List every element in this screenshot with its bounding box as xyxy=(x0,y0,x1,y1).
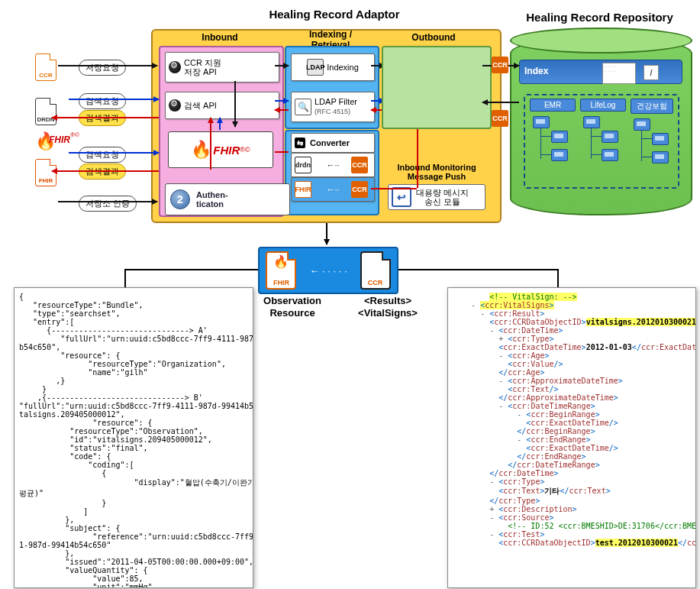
indexing-label-text: Indexing xyxy=(327,63,359,73)
json-code: { "resourceType":"Bundle", "type":"searc… xyxy=(19,293,248,588)
adaptor-title: Healing Record Adaptor xyxy=(235,8,434,21)
repo-tree xyxy=(631,114,673,175)
outbound-label: Outbound xyxy=(403,32,464,43)
ccr-doc-icon: CCR xyxy=(360,251,391,290)
store-api-box: CCR 지원 저장 API xyxy=(165,52,279,83)
output-pair: 🔥 FHIR ← · · · · · CCR xyxy=(258,247,398,294)
fhir-text: FHIR xyxy=(213,144,240,157)
converter-row-1: FHIR ←·· CCR xyxy=(291,177,375,202)
fhir-icon: FHIR xyxy=(295,181,311,198)
pill-search-request-1: 검색요청 xyxy=(79,93,126,109)
repo-col-0: EMR xyxy=(530,99,576,173)
monitor-box: Inbound Monitoring Message Push ↩ 대용량 메시… xyxy=(388,163,485,209)
pill-search-request-2: 검색요청 xyxy=(79,147,126,163)
json-code-panel: { "resourceType":"Bundle", "type":"searc… xyxy=(14,287,253,588)
converter-icon: ⇆ xyxy=(295,138,305,148)
inbound-label: Inbound xyxy=(189,32,250,43)
outbound-panel xyxy=(382,46,492,129)
repo-tree xyxy=(580,112,626,173)
pill-storage-auth: 저장소 인증 xyxy=(79,196,137,212)
converter-title-box: ⇆ Converter xyxy=(291,133,375,153)
magnifier-icon xyxy=(295,99,311,115)
repo-slash: / xyxy=(644,65,659,80)
drdn-file-icon: DRDN xyxy=(35,98,56,125)
flame-icon: 🔥 xyxy=(273,254,289,269)
observation-label-1: Observation xyxy=(250,295,334,306)
repo-inner: EMR LifeLog 건강보험 xyxy=(524,94,679,189)
gear-icon xyxy=(169,99,181,112)
fhir-sup: ®© xyxy=(240,146,250,154)
store-api-label: CCR 지원 저장 API xyxy=(184,58,221,76)
ccr-icon: CCR xyxy=(492,57,508,73)
repo-col-1-hdr: LifeLog xyxy=(580,99,626,112)
repo-col-0-hdr: EMR xyxy=(530,99,576,112)
fhir-doc-icon: 🔥 FHIR xyxy=(266,251,296,290)
repo-col-2-hdr: 건강보험 xyxy=(631,99,673,114)
ccr-doc-label: CCR xyxy=(368,279,383,286)
flame-icon: 🔥 xyxy=(191,140,211,160)
vitalsigns-label: <VitalSigns> xyxy=(350,307,426,319)
converter-title: Converter xyxy=(310,138,350,147)
repo-col-1: LifeLog xyxy=(580,99,626,173)
drdn-icon: drdn xyxy=(295,157,311,173)
auth-badge-icon: 2 xyxy=(170,189,190,209)
fhir-box: 🔥 FHIR ®© xyxy=(168,131,273,168)
monitor-body: 대용량 메시지 송신 모듈 xyxy=(416,188,469,206)
ccr-file-icon: CCR xyxy=(35,53,56,81)
monitor-title1: Inbound Monitoring xyxy=(388,163,485,172)
fhir-doc-label: FHIR xyxy=(273,279,289,286)
gear-icon xyxy=(169,61,181,73)
repo-index-label: Index xyxy=(524,66,548,76)
xml-code-panel: <!-- VitalSign: --> - <ccr:VitalSigns> -… xyxy=(447,287,696,588)
repository-title: Healing Record Repository xyxy=(510,11,689,24)
ldap-icon: LDAP xyxy=(307,59,324,76)
ccr-icon: CCR xyxy=(351,181,368,198)
ldap-filter-box: LDAP Filter (RFC 4515) xyxy=(291,92,375,122)
repository-top xyxy=(510,28,692,53)
ldap-filter-line1: LDAP Filter xyxy=(315,97,357,106)
ccr-icon: CCR xyxy=(492,110,508,127)
ccr-icon: CCR xyxy=(351,157,368,173)
pill-store-request: 저장요청 xyxy=(79,60,126,76)
push-icon: ↩ xyxy=(392,187,411,207)
arrow-left-icon: ←·· xyxy=(326,160,339,170)
repo-tree xyxy=(530,112,576,173)
repo-col-2: 건강보험 xyxy=(631,99,673,175)
repo-index-doc-icon: ··· ··· ······ ··· ··· xyxy=(602,63,636,84)
indexing-box: LDAP Indexing xyxy=(291,53,375,81)
fhir-ext-label: FHIR xyxy=(49,134,70,145)
arrow-left-dashed-icon: ← · · · · · xyxy=(309,265,347,277)
repo-index-bar: Index ··· ··· ······ ··· ··· / xyxy=(519,60,682,84)
observation-label-2: Resource xyxy=(250,307,334,319)
search-api-box: 검색 API xyxy=(165,92,279,119)
results-label: <Results> xyxy=(350,295,426,306)
converter-row-0: drdn ←·· CCR xyxy=(291,153,375,177)
fhir-ext-sup: ®© xyxy=(70,131,79,138)
search-api-label: 검색 API xyxy=(184,100,217,112)
monitor-title2: Message Push xyxy=(388,172,485,181)
arrow-left-icon: ←·· xyxy=(326,185,339,194)
auth-box: 2 Authen- ticaton xyxy=(165,183,290,215)
ldap-filter-line2: (RFC 4515) xyxy=(315,108,350,115)
auth-label: Authen- ticaton xyxy=(196,190,228,209)
